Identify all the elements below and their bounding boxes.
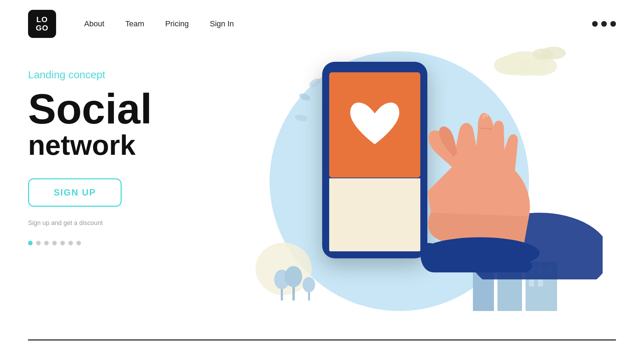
dot-2 [601,21,607,27]
signup-hint: Sign up and get a discount [28,219,210,227]
clouds-svg [469,44,568,86]
hero-subtitle: Landing concept [28,69,210,81]
navbar: LOGO About Team Pricing Sign In [0,0,644,48]
svg-point-34 [298,92,311,102]
pagination-dot-3[interactable] [44,241,49,245]
hero-illustration [210,41,616,329]
pagination-dot-7[interactable] [76,241,81,245]
dot-3 [610,21,616,27]
pagination-dot-2[interactable] [36,241,41,245]
svg-point-9 [285,266,302,287]
bottom-divider [28,339,616,340]
nav-signin[interactable]: Sign In [210,19,234,28]
svg-point-4 [533,48,554,60]
pagination-dot-5[interactable] [60,241,65,245]
illustration-container [252,41,575,329]
hero-title-network: network [28,130,210,161]
dot-1 [592,21,598,27]
nav-pricing[interactable]: Pricing [165,19,189,28]
logo[interactable]: LOGO [28,10,56,38]
nav-links: About Team Pricing Sign In [84,19,234,28]
pagination-dot-4[interactable] [52,241,57,245]
hero-section: Landing concept Social network SIGN UP S… [0,48,644,329]
pagination-dots [28,241,210,245]
nav-about[interactable]: About [84,19,104,28]
svg-rect-31 [529,279,534,286]
svg-point-11 [303,277,315,292]
nav-team[interactable]: Team [126,19,144,28]
signup-button[interactable]: SIGN UP [28,178,122,207]
pagination-dot-1[interactable] [28,241,33,245]
heart-icon [347,99,403,151]
svg-rect-32 [538,279,543,286]
svg-point-33 [308,77,322,89]
hero-left: Landing concept Social network SIGN UP S… [28,55,210,245]
hero-title-social: Social [28,88,210,130]
pointing-hand-svg [399,97,603,279]
svg-point-36 [294,114,308,122]
more-options-dots[interactable] [592,21,616,27]
pagination-dot-6[interactable] [68,241,73,245]
